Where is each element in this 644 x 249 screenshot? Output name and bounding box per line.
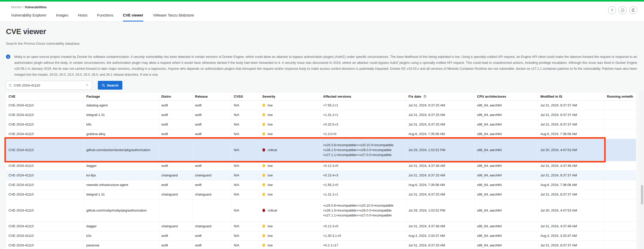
logo-swirl-icon	[631, 8, 635, 12]
search-box[interactable]: ✕	[6, 81, 92, 90]
severity-low-dot-icon	[262, 132, 265, 136]
severity-low-dot-icon	[262, 174, 265, 177]
cell-package: telegraf-1.31	[84, 110, 159, 120]
table-row[interactable]: CVE-2024-41110github.com/moby/moby/pkg/a…	[6, 199, 636, 221]
cell-affected-versions: <0.12.3-r0	[320, 161, 406, 170]
table-row[interactable]: CVE-2024-41110k9swolfiwolfiN/Alow<0.32.5…	[6, 120, 636, 129]
cell-fix-date: Jul 29, 2024, 1:02:52 PM	[406, 199, 474, 221]
cell-distro: chainguard	[159, 221, 192, 231]
affected-version-line: <1.31.2-r1	[323, 112, 403, 117]
tab-images[interactable]: Images	[56, 13, 68, 21]
help-icon[interactable]: ?	[608, 6, 616, 14]
column-header-cpu-architectures[interactable]: CPU architectures	[474, 93, 538, 100]
search-input[interactable]	[14, 83, 85, 87]
column-header-distro[interactable]: Distro	[159, 93, 192, 100]
table-row[interactable]: CVE-2024-41110grafana-alloywolfiwolfiN/A…	[6, 129, 636, 139]
cell-affected-versions: <0.32.5-r3	[320, 120, 406, 129]
cell-cvss: N/A	[231, 221, 260, 231]
cell-cve: CVE-2024-41110	[6, 231, 84, 240]
cell-cpu-architectures: x86_64, aarch64	[474, 120, 538, 129]
cell-fix-date: Aug 6, 2024, 7:35:56 AM	[406, 129, 474, 139]
cell-distro: wolfi	[159, 161, 192, 170]
page-title: CVE viewer	[6, 27, 644, 36]
cell-fix-date: Jul 29, 2024, 1:02:52 PM	[406, 139, 474, 161]
column-header-package[interactable]: Package	[84, 93, 159, 100]
column-header-release[interactable]: Release	[192, 93, 231, 100]
severity-label: low	[268, 132, 273, 136]
cell-modified-in-is: Jul 31, 2024, 8:37:37 AM	[538, 120, 604, 129]
affected-version-line: <0.12.3-r0	[323, 224, 403, 229]
cell-cpu-architectures: x86_64, aarch64	[474, 240, 538, 249]
tab-vmware-tanzu-blobstore[interactable]: VMware Tanzu blobstore	[153, 13, 194, 21]
severity-low-dot-icon	[262, 224, 265, 228]
table-row[interactable]: CVE-2024-41110ko-fipschainguardchainguar…	[6, 170, 636, 180]
table-row[interactable]: CVE-2024-41110telegraf-1.31chainguardcha…	[6, 190, 636, 199]
prisma-cloud-logo-icon[interactable]	[629, 6, 637, 14]
page-subtitle: Search the Prisma Cloud vulnerability da…	[6, 42, 644, 45]
cell-release: chainguard	[192, 190, 231, 199]
column-header-cvss[interactable]: CVSS	[231, 93, 260, 100]
breadcrumb-monitor[interactable]: Monitor	[11, 5, 22, 9]
cell-release: wolfi	[192, 129, 231, 139]
cell-release: wolfi	[192, 231, 231, 240]
column-header-modified-in-is[interactable]: Modified in IS	[538, 93, 604, 100]
cell-affected-versions: <0.2.1-r17	[320, 240, 406, 249]
cell-fix-date: Jul 31, 2024, 8:37:25 AM	[406, 100, 474, 110]
column-header-severity[interactable]: Severity	[260, 93, 320, 100]
cell-fix-date: Aug 3, 2024, 3:33:37 AM	[406, 231, 474, 240]
severity-low-dot-icon	[262, 164, 265, 167]
cell-distro: wolfi	[159, 100, 192, 110]
affected-version-line: <1.30.3.1-r0	[323, 233, 403, 238]
cell-modified-in-is: Jul 31, 2024, 4:37:46 AM	[538, 221, 604, 231]
scrollbar-thumb[interactable]	[641, 185, 643, 205]
notifications-bell-icon[interactable]	[619, 6, 627, 14]
tab-functions[interactable]: Functions	[97, 13, 113, 21]
severity-low-dot-icon	[262, 193, 265, 196]
affected-version-line: <0.15.4-r3	[323, 173, 403, 178]
table-row[interactable]: CVE-2024-41110datadog-agentwolfiwolfiN/A…	[6, 100, 636, 110]
affected-version-line: <0.32.5-r3	[323, 122, 403, 127]
cell-fix-date: Jul 31, 2024, 8:37:25 AM	[406, 240, 474, 249]
cell-package: dagger	[84, 221, 159, 231]
breadcrumb-vulnerabilities[interactable]: Vulnerabilities	[25, 5, 47, 9]
search-button[interactable]: Search	[98, 81, 122, 90]
cell-modified-in-is: Jul 31, 2024, 8:37:37 AM	[538, 170, 604, 180]
scrollbar-track	[639, 91, 644, 249]
cell-fix-date: Aug 6, 2024, 7:35:56 AM	[406, 180, 474, 190]
results-table: CVEPackageDistroReleaseCVSSSeverityAffec…	[6, 93, 636, 249]
table-row[interactable]: CVE-2024-41110paranoiawolfiwolfiN/Alow<0…	[6, 240, 636, 249]
cell-cpu-architectures: x86_64, aarch64	[474, 139, 538, 161]
cell-distro: wolfi	[159, 129, 192, 139]
cell-distro: wolfi	[159, 231, 192, 240]
table-row[interactable]: CVE-2024-41110github.com/docker/docker/p…	[6, 139, 636, 161]
column-header-cve[interactable]: CVE	[6, 93, 84, 100]
tab-vulnerability-explorer[interactable]: Vulnerability Explorer	[11, 13, 46, 21]
column-header-running-on-with[interactable]: Running on/with	[604, 93, 636, 100]
severity-critical-dot-icon	[262, 209, 265, 212]
cell-severity: low	[260, 161, 320, 170]
cell-severity: low	[260, 180, 320, 190]
column-header-affected-versions[interactable]: Affected versions	[320, 93, 406, 100]
cell-severity: low	[260, 129, 320, 139]
fix-date-help-icon[interactable]: ?	[423, 95, 427, 98]
cell-cvss: N/A	[231, 129, 260, 139]
cell-severity: low	[260, 100, 320, 110]
cell-release: chainguard	[192, 170, 231, 180]
table-row[interactable]: CVE-2024-41110daggerchainguardchainguard…	[6, 221, 636, 231]
cell-running-on-with	[604, 180, 636, 190]
cell-release: chainguard	[192, 221, 231, 231]
tab-cve-viewer[interactable]: CVE viewer	[123, 13, 143, 21]
cell-fix-date: Jul 31, 2024, 4:37:38 AM	[406, 221, 474, 231]
cell-cve: CVE-2024-41110	[6, 120, 84, 129]
table-row[interactable]: CVE-2024-41110k3swolfiwolfiN/Alow<1.30.3…	[6, 231, 636, 240]
cell-package: newrelic-infrastructure-agent	[84, 180, 159, 190]
cell-distro: chainguard	[159, 190, 192, 199]
column-header-fix-date[interactable]: Fix date?	[406, 93, 474, 100]
cell-distro: wolfi	[159, 120, 192, 129]
tab-hosts[interactable]: Hosts	[78, 13, 87, 21]
table-row[interactable]: CVE-2024-41110daggerwolfiwolfiN/Alow<0.1…	[6, 161, 636, 170]
table-row[interactable]: CVE-2024-41110telegraf-1.31wolfiwolfiN/A…	[6, 110, 636, 120]
table-row[interactable]: CVE-2024-41110newrelic-infrastructure-ag…	[6, 180, 636, 190]
clear-search-icon[interactable]: ✕	[85, 83, 89, 88]
cell-severity: low	[260, 190, 320, 199]
